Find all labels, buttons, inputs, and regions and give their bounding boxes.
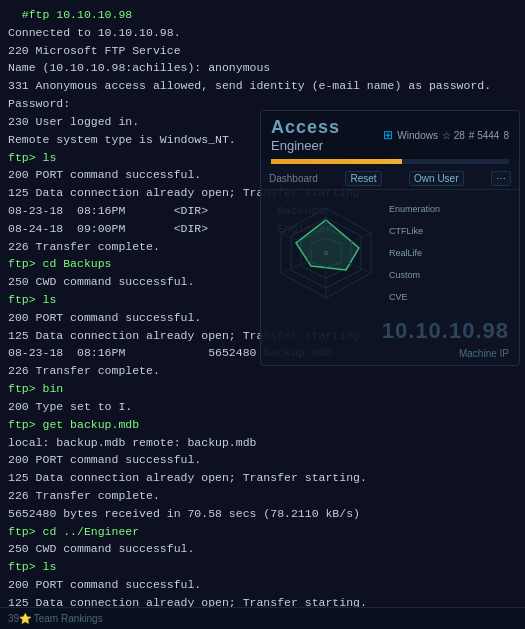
radar-labels: Enumeration CTFLike RealLife Custom CVE [389,198,440,308]
progress-bar-fill [271,159,402,164]
card-header: Access Engineer ⊞ Windows ☆ 28 # 5444 8 [261,111,519,159]
terminal-line: 200 Type set to I. [8,398,517,416]
os-label: Windows [397,130,438,141]
terminal-line: 250 CWD command successful. [8,540,517,558]
team-rankings-text: 39⭐ Team Rankings [8,613,103,624]
radar-label-cve: CVE [389,292,440,302]
stat2: # 5444 [469,130,500,141]
terminal-line: ftp> cd ../Engineer [8,523,517,541]
terminal-line: 200 PORT command successful. [8,451,517,469]
terminal-line: ftp> bin [8,380,517,398]
progress-bar-container [271,159,509,164]
reset-button[interactable]: Reset [345,171,381,186]
terminal-line: 220 Microsoft FTP Service [8,42,517,60]
own-user-button[interactable]: Own User [409,171,463,186]
extra-button[interactable]: ⋯ [491,171,511,186]
radar-label-custom: Custom [389,270,440,280]
terminal-line: 226 Transfer complete. [8,487,517,505]
terminal-line: ftp> get backup.mdb [8,416,517,434]
os-badge: ⊞ Windows ☆ 28 # 5444 8 [383,128,509,142]
terminal-line: #ftp 10.10.10.98 [8,6,517,24]
radar-label-ctflike: CTFLike [389,226,440,236]
stat3: 8 [503,130,509,141]
terminal-line: ftp> ls [8,558,517,576]
terminal-line: local: backup.mdb remote: backup.mdb [8,434,517,452]
radar-label-enumeration: Enumeration [389,204,440,214]
card-subtitle: Engineer [271,138,340,153]
terminal-line: Name (10.10.10.98:achilles): anonymous [8,59,517,77]
machine-info-card: Access Engineer ⊞ Windows ☆ 28 # 5444 8 … [260,110,520,366]
stat1: ☆ 28 [442,130,465,141]
card-title: Access [271,117,340,138]
bottom-bar: 39⭐ Team Rankings [0,607,525,629]
machine-ip-label: Machine IP [261,348,519,365]
radar-chart [271,198,381,308]
radar-label-reallife: RealLife [389,248,440,258]
windows-icon: ⊞ [383,128,393,142]
radar-area: Enumeration CTFLike RealLife Custom CVE [261,190,519,316]
terminal-line: 125 Data connection already open; Transf… [8,469,517,487]
terminal-line: 331 Anonymous access allowed, send ident… [8,77,517,95]
terminal-line: 200 PORT command successful. [8,576,517,594]
terminal-line: 5652480 bytes received in 70.58 secs (78… [8,505,517,523]
ip-display: 10.10.10.98 [261,316,519,348]
nav-dashboard-label: Dashboard [269,173,318,184]
terminal-line: Connected to 10.10.10.98. [8,24,517,42]
card-nav: Dashboard Reset Own User ⋯ [261,168,519,190]
